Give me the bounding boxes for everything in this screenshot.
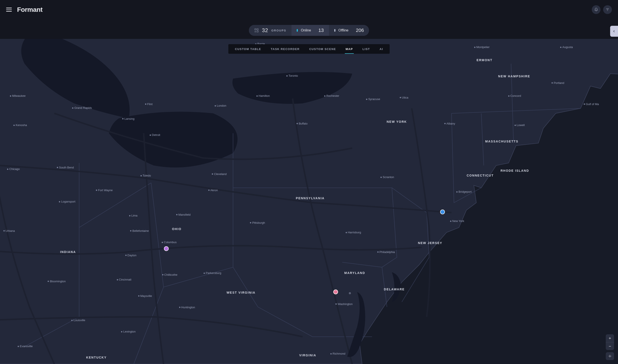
tab-map[interactable]: MAP — [341, 44, 357, 54]
tab-ai[interactable]: AI — [375, 44, 388, 54]
zoom-out-button[interactable] — [606, 342, 614, 350]
map-canvas — [0, 39, 618, 364]
groups-icon — [254, 28, 259, 33]
online-count: 13 — [318, 27, 324, 33]
svg-rect-0 — [255, 29, 256, 30]
offline-segment[interactable]: Offline 206 — [329, 25, 369, 36]
online-label: Online — [301, 28, 311, 32]
menu-icon[interactable] — [6, 7, 12, 13]
groups-count: 32 — [262, 27, 268, 33]
marker-washington[interactable] — [333, 289, 338, 294]
plus-icon — [608, 337, 612, 340]
zoom-in-button[interactable] — [606, 334, 614, 342]
brand-logo: Formant — [17, 6, 43, 13]
tab-list[interactable]: LIST — [358, 44, 375, 54]
groups-label: GROUPS — [271, 29, 286, 32]
online-dot-icon — [297, 29, 298, 32]
marker-newyork[interactable] — [440, 209, 445, 214]
stats-pill: 32 GROUPS Online 13 Offline 206 — [249, 25, 369, 36]
tab-custom-scene[interactable]: CUSTOM SCENE — [304, 44, 341, 54]
map-viewport[interactable]: OHIOINDIANAKENTUCKYWEST VIRGINIAVIRGINIA… — [0, 39, 618, 364]
map-controls — [606, 334, 614, 360]
notifications-button[interactable] — [592, 5, 601, 14]
filter-icon — [605, 8, 609, 12]
svg-rect-2 — [257, 31, 258, 32]
view-tabs: CUSTOM TABLE TASK RECORDER CUSTOM SCENE … — [228, 44, 390, 54]
tab-custom-table[interactable]: CUSTOM TABLE — [230, 44, 266, 54]
recenter-button[interactable] — [606, 352, 614, 360]
svg-point-6 — [610, 356, 610, 357]
offline-count: 206 — [356, 27, 364, 33]
chevron-left-icon — [613, 30, 616, 33]
minus-icon — [608, 345, 612, 348]
collapse-panel-button[interactable] — [610, 26, 618, 37]
svg-rect-1 — [257, 29, 258, 30]
header: Formant — [0, 0, 618, 19]
online-segment[interactable]: Online 13 — [291, 25, 329, 36]
offline-label: Offline — [339, 28, 349, 32]
tab-task-recorder[interactable]: TASK RECORDER — [266, 44, 304, 54]
crosshair-icon — [608, 354, 612, 358]
filter-button[interactable] — [603, 5, 612, 14]
offline-dot-icon — [334, 29, 335, 32]
bell-icon — [594, 8, 598, 12]
marker-columbus[interactable] — [164, 246, 169, 251]
groups-segment[interactable]: 32 GROUPS — [249, 25, 291, 36]
